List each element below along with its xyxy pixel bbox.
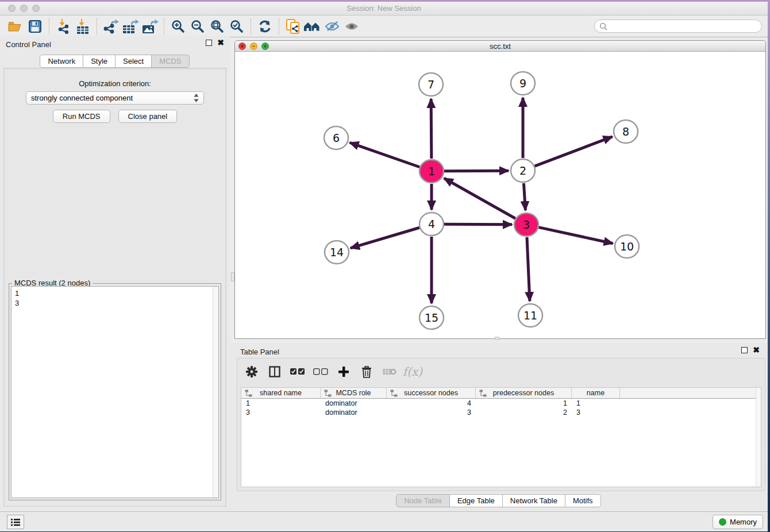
memory-button-label: Memory <box>730 518 757 526</box>
memory-button[interactable]: Memory <box>713 515 763 529</box>
node-table: shared name MCDS role <box>241 387 761 487</box>
close-panel-button[interactable]: Close panel <box>118 110 178 123</box>
close-table-panel-icon[interactable]: ✖ <box>753 347 760 353</box>
splitter-grip[interactable] <box>231 272 234 282</box>
toolbar-separator <box>49 18 49 34</box>
table-header-row: shared name MCDS role <box>241 388 761 399</box>
import-table-button[interactable] <box>73 18 93 35</box>
graph-edge-4-14[interactable] <box>351 228 419 248</box>
task-history-button[interactable] <box>7 515 24 529</box>
table-panel-tabs: Node Table Edge Table Network Table Moti… <box>230 494 768 507</box>
tab-motifs[interactable]: Motifs <box>565 494 601 507</box>
graph-node-4[interactable]: 4 <box>419 213 444 236</box>
float-panel-icon[interactable] <box>206 40 212 46</box>
tab-network[interactable]: Network <box>40 55 83 68</box>
table-row[interactable]: 3 dominator 3 2 3 <box>241 408 761 417</box>
hide-selected-button[interactable] <box>322 18 342 35</box>
new-network-from-selection-button[interactable] <box>283 18 303 35</box>
column-header-mcds-role[interactable]: MCDS role <box>321 388 387 398</box>
network-window-title: scc.txt <box>235 42 765 51</box>
network-window-titlebar[interactable]: × − + scc.txt <box>235 41 765 52</box>
splitter-grip[interactable] <box>495 337 499 340</box>
cell-predecessor-nodes: 1 <box>476 399 572 408</box>
cell-predecessor-nodes: 2 <box>476 408 572 417</box>
unchecked-checkboxes-icon <box>313 368 328 375</box>
tab-select[interactable]: Select <box>115 55 152 68</box>
table-row[interactable]: 1 dominator 4 1 1 <box>241 399 761 408</box>
graph-edge-1-7[interactable] <box>431 99 432 159</box>
graph-node-label: 2 <box>519 164 526 177</box>
split-columns-button[interactable] <box>267 366 282 377</box>
delete-table-button-disabled <box>382 367 397 376</box>
graph-node-6[interactable]: 6 <box>324 126 348 149</box>
close-panel-icon[interactable]: ✖ <box>217 40 224 46</box>
add-column-button[interactable] <box>336 366 351 377</box>
graph-node-10[interactable]: 10 <box>615 235 639 258</box>
zoom-fit-button[interactable] <box>207 18 227 35</box>
tab-style[interactable]: Style <box>83 55 116 68</box>
show-all-button[interactable] <box>342 18 361 35</box>
tab-mcds[interactable]: MCDS <box>151 55 189 68</box>
run-mcds-button[interactable]: Run MCDS <box>53 110 110 123</box>
column-header-predecessor-nodes[interactable]: predecessor nodes <box>476 388 572 398</box>
result-scrollbar[interactable] <box>213 287 218 498</box>
column-header-name[interactable]: name <box>572 388 620 398</box>
deselect-all-columns-button[interactable] <box>313 368 328 375</box>
graph-node-7[interactable]: 7 <box>419 73 443 96</box>
graph-node-1[interactable]: 1 <box>419 160 444 183</box>
tab-network-table[interactable]: Network Table <box>502 494 565 507</box>
zoom-selected-button[interactable] <box>227 18 247 35</box>
graph-node-3[interactable]: 3 <box>514 213 538 236</box>
export-table-button[interactable] <box>121 18 140 35</box>
graph-node-14[interactable]: 14 <box>325 241 349 264</box>
first-neighbors-button[interactable] <box>303 18 322 35</box>
export-image-button[interactable] <box>140 18 160 35</box>
export-table-icon <box>122 19 139 34</box>
graph-edge-1-6[interactable] <box>350 142 420 167</box>
mcds-result-textarea[interactable]: 1 3 <box>11 286 219 498</box>
graph-node-label: 15 <box>425 311 438 324</box>
column-type-icon <box>245 390 252 397</box>
column-header-successor-nodes[interactable]: successor nodes <box>387 388 476 398</box>
cell-successor-nodes: 3 <box>387 408 476 417</box>
mcds-panel-body: Optimization criterion: strongly connect… <box>3 68 226 507</box>
toolbar-separator <box>251 18 251 34</box>
select-all-columns-button[interactable] <box>290 368 305 375</box>
export-network-button[interactable] <box>101 18 121 35</box>
graph-node-8[interactable]: 8 <box>614 120 638 143</box>
cell-name: 1 <box>572 399 620 408</box>
import-network-button[interactable] <box>53 18 73 35</box>
window-title: Session: New Session <box>0 4 768 13</box>
tab-edge-table[interactable]: Edge Table <box>449 494 503 507</box>
table-settings-button[interactable] <box>244 365 259 378</box>
float-table-panel-icon[interactable] <box>741 347 748 353</box>
refresh-button[interactable] <box>255 18 275 35</box>
graph-edge-1-2[interactable] <box>444 171 509 171</box>
save-session-button[interactable] <box>25 18 45 35</box>
graph-edge-3-1[interactable] <box>444 178 515 218</box>
double-house-icon <box>304 21 321 32</box>
graph-edge-3-10[interactable] <box>538 228 613 244</box>
export-image-icon <box>141 19 159 34</box>
delete-column-button[interactable] <box>359 366 374 378</box>
column-header-shared-name[interactable]: shared name <box>241 388 321 398</box>
open-session-button[interactable] <box>6 18 25 35</box>
graph-node-9[interactable]: 9 <box>511 72 535 95</box>
graph-node-2[interactable]: 2 <box>511 159 535 182</box>
graph-edge-3-11[interactable] <box>527 237 530 301</box>
graph-node-11[interactable]: 11 <box>518 304 542 327</box>
column-type-icon <box>324 390 332 397</box>
zoom-in-button[interactable] <box>168 18 188 35</box>
search-input[interactable] <box>610 22 761 30</box>
graph-edge-4-3[interactable] <box>444 224 512 225</box>
network-canvas[interactable]: 7968124314101511 <box>235 52 765 338</box>
graph-node-15[interactable]: 15 <box>419 306 444 329</box>
tab-node-table[interactable]: Node Table <box>396 494 450 507</box>
optimization-criterion-select[interactable]: strongly connected component <box>26 91 204 105</box>
zoom-out-button[interactable] <box>188 18 207 35</box>
refresh-icon <box>258 20 272 33</box>
export-network-icon <box>103 19 119 34</box>
table-scrollbar[interactable] <box>756 388 761 487</box>
graph-edge-2-8[interactable] <box>535 137 613 166</box>
graph-edge-2-3[interactable] <box>523 183 525 210</box>
